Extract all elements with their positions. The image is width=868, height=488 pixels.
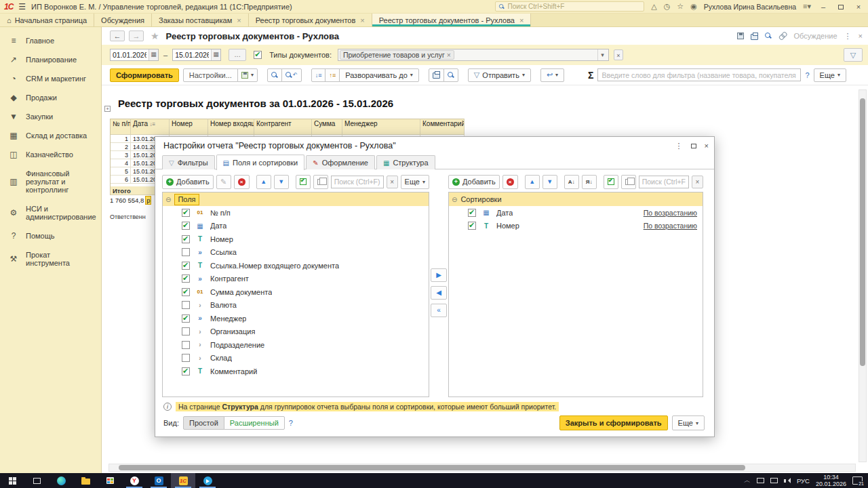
field-checkbox[interactable] [182,301,190,309]
main-menu-icon[interactable]: ☰ [18,2,26,12]
sorting-row[interactable]: Т Номер По возрастанию [449,220,703,233]
field-row[interactable]: 01 № п/п [163,206,429,220]
sidebar-item[interactable]: ? Помощь [0,226,101,245]
volume-icon[interactable] [784,478,791,484]
sidebar-item[interactable]: ⚙ НСИ и администрирование [0,199,101,226]
close-button[interactable]: × [853,3,864,11]
calendar-icon[interactable]: ▦ [149,49,158,60]
currency-cell[interactable]: р [145,196,151,205]
add-field-button[interactable]: +Добавить [162,175,214,189]
form-close-icon[interactable]: × [859,32,863,40]
sorting-checkbox[interactable] [468,209,476,217]
vertical-scrollbar[interactable] [859,89,867,462]
column-header[interactable]: Номер [170,119,208,135]
field-checkbox[interactable] [182,209,190,217]
view-advanced-button[interactable]: Расширенный [224,416,285,430]
user-icon[interactable]: ◉ [690,3,697,10]
sidebar-item[interactable]: ◆ Продажи [0,88,101,107]
tab-close-icon[interactable]: × [360,16,364,24]
sidebar-item[interactable]: ↗ Планирование [0,50,101,69]
field-row[interactable]: › Подразделение [163,338,429,352]
start-button[interactable] [0,473,24,488]
sortings-search-input[interactable] [639,176,689,188]
doc-types-clear-button[interactable]: × [614,49,623,60]
edge-taskbar-button[interactable] [49,473,73,488]
check-all-button[interactable] [296,175,311,189]
sort-move-down-button[interactable]: ▼ [542,175,557,189]
field-checkbox[interactable] [182,314,190,323]
date-from-field[interactable]: ▦ [110,49,159,61]
favorites-star-icon[interactable]: ☆ [677,3,684,10]
find-next-button[interactable]: ↶ [281,68,302,82]
notifications-button[interactable]: 21 [852,476,863,485]
hidden-icons-chevron[interactable]: ︿ [744,476,751,485]
sidebar-item[interactable]: ⚒ Прокат инструмента [0,245,101,272]
collapse-groups-button[interactable]: ↓≡ [311,68,326,82]
store-taskbar-button[interactable] [98,473,122,488]
window-tab[interactable]: ⌂ Начальная страница × [0,14,94,26]
minimize-button[interactable]: – [818,3,829,11]
move-all-left-button[interactable]: « [431,304,447,317]
move-left-button[interactable]: ◀ [431,286,447,300]
window-tab[interactable]: Реестр торговых документов × [249,14,372,26]
dialog-tab[interactable]: ▽ Фильтры [162,155,215,169]
display-icon[interactable] [757,478,764,483]
sidebar-item[interactable]: ◔ CRM и маркетинг [0,69,101,88]
sidebar-item[interactable]: ▦ Склад и доставка [0,126,101,145]
field-checkbox[interactable] [182,222,190,230]
column-header[interactable]: Дата [131,119,170,135]
back-button[interactable]: ← [110,30,125,41]
service-menu-icon[interactable]: ≡▾ [803,3,811,10]
1c-taskbar-button[interactable]: 1С [171,473,195,488]
tab-close-icon[interactable]: × [519,16,524,24]
field-row[interactable]: ▦ Дата [163,220,429,233]
print-button[interactable] [429,68,444,82]
language-indicator[interactable]: РУС [797,477,810,485]
grouping-expander-icon[interactable]: + [104,106,111,112]
fields-search-clear-button[interactable]: × [387,176,398,188]
field-row[interactable]: Т Комментарий [163,365,429,378]
task-view-button[interactable] [24,473,49,488]
global-search[interactable] [495,1,644,12]
help-link[interactable]: ? [805,71,809,79]
window-tab[interactable]: Заказы поставщикам × [152,14,249,26]
delete-sorting-button[interactable]: × [502,175,518,189]
move-up-button[interactable]: ▲ [256,175,271,189]
field-checkbox[interactable] [182,354,190,362]
date-to-field[interactable]: ▦ [172,49,221,61]
field-row[interactable]: 01 Сумма документа [163,285,429,299]
view-simple-button[interactable]: Простой [183,416,224,430]
sort-descending-button[interactable]: Я↓ [582,175,597,189]
window-tab[interactable]: Реестр торговых документов - Рухлова × [372,14,532,26]
date-from-input[interactable] [111,51,149,59]
fields-search-input[interactable] [331,176,384,188]
collapse-group-icon[interactable]: ⊖ [165,196,171,203]
restore-button[interactable] [835,3,846,11]
field-row[interactable]: › Склад [163,352,429,365]
horizontal-scrollbar[interactable] [108,464,856,472]
column-header[interactable]: Контрагент [254,119,312,135]
field-row[interactable]: Т Ссылка.Номер входящего документа [163,259,429,272]
more-button[interactable]: Еще▾ [814,68,846,82]
column-header[interactable]: Комментарий [420,119,465,135]
dialog-tab[interactable]: ✎ Оформление [306,155,375,169]
field-row[interactable]: › Организация [163,325,429,339]
date-to-input[interactable] [173,51,211,59]
link-icon[interactable] [778,30,789,41]
collapse-group-icon[interactable]: ⊖ [452,196,457,203]
close-and-generate-button[interactable]: Закрыть и сформировать [559,415,668,430]
preview-button[interactable] [443,68,458,82]
sidebar-item[interactable]: ≡ Главное [0,31,101,50]
fields-more-button[interactable]: Еще▾ [401,175,429,189]
doc-types-field[interactable]: Приобретение товаров и услуг× ▾ [338,49,609,61]
dialog-kebab-icon[interactable]: ⋮ [675,142,683,150]
global-search-input[interactable] [508,3,642,10]
telegram-taskbar-button[interactable] [195,473,220,488]
kebab-menu-icon[interactable]: ⋮ [844,32,852,41]
sort-ascending-button[interactable]: А↓ [564,175,579,189]
period-choice-button[interactable]: ... [229,49,246,61]
sorting-row[interactable]: ▦ Дата По возрастанию [449,206,703,220]
doc-types-checkbox[interactable] [254,51,262,59]
move-right-button[interactable]: ▶ [431,268,447,282]
sort-uncheck-all-button[interactable] [621,175,636,189]
